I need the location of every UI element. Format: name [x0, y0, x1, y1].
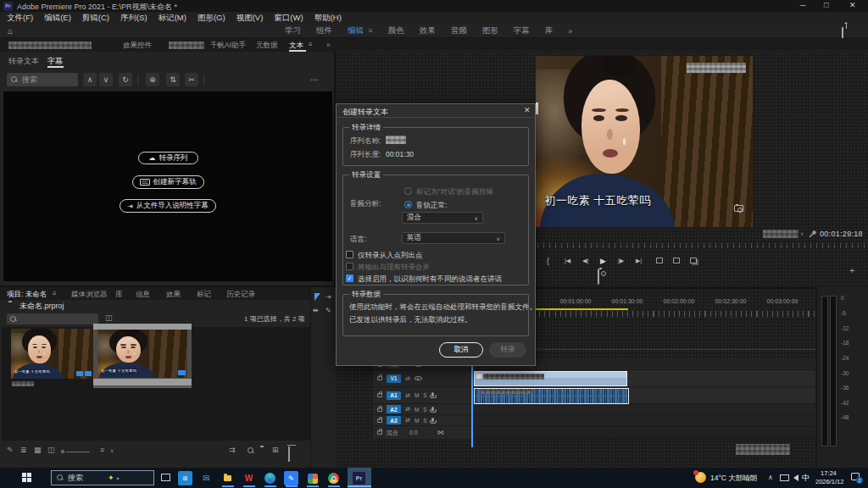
radio-tagged-clips[interactable]: [404, 187, 412, 195]
ripple-edit-tool[interactable]: ⇹: [313, 307, 319, 314]
tab-markers[interactable]: 标记: [197, 290, 211, 300]
track-target-a1[interactable]: A1: [387, 391, 401, 400]
track-header-v1[interactable]: V1 ⇄: [373, 370, 472, 387]
go-to-in-icon[interactable]: |◀: [565, 258, 570, 264]
freeform-view-icon[interactable]: ◫: [47, 446, 55, 454]
tab-effects[interactable]: 效果: [166, 290, 181, 300]
edge-app-icon[interactable]: [263, 471, 277, 485]
subtab-transcript[interactable]: 转录文本: [8, 56, 39, 67]
menu-window[interactable]: 窗口(W): [274, 13, 303, 24]
chrome-app-icon[interactable]: [326, 471, 341, 485]
tab-history[interactable]: 历史记录: [226, 290, 255, 300]
tray-volume-icon[interactable]: [793, 474, 798, 481]
voiceover-mic-icon[interactable]: [431, 407, 434, 411]
pen-tool[interactable]: ✎: [326, 307, 331, 314]
zoom-slider-handle[interactable]: [61, 450, 64, 453]
lock-icon[interactable]: [377, 430, 382, 435]
voiceover-mic-icon[interactable]: [431, 392, 434, 396]
menu-clip[interactable]: 剪辑(C): [82, 13, 109, 24]
menu-help[interactable]: 帮助(H): [314, 13, 342, 24]
workspace-tab-assembly[interactable]: 组件: [316, 25, 332, 36]
project-filename[interactable]: 未命名.prproj: [19, 301, 64, 312]
workspace-tab-editing-active[interactable]: 编辑: [348, 25, 364, 36]
premiere-taskbar-icon[interactable]: Pr: [352, 471, 366, 485]
automate-to-sequence-icon[interactable]: ⇉: [229, 446, 236, 454]
text-panel-overflow-icon[interactable]: »: [326, 41, 331, 49]
next-caption-button[interactable]: ∨: [99, 73, 113, 86]
settings-wrench-icon[interactable]: [808, 230, 816, 238]
checkbox-merge-existing[interactable]: [346, 263, 353, 270]
workspace-tab-libraries[interactable]: 库: [545, 25, 554, 36]
keyframe-bowtie-icon[interactable]: ⋈: [437, 429, 444, 436]
workspace-tab-menu-icon[interactable]: ≡: [369, 27, 373, 35]
sync-lock-icon[interactable]: ⇄: [405, 417, 410, 424]
tab-project-active[interactable]: 项目: 未命名: [7, 290, 47, 300]
tab-media-browser[interactable]: 媒体浏览器: [71, 290, 108, 300]
extract-icon[interactable]: [673, 258, 680, 263]
transcribe-button-disabled[interactable]: 转录: [489, 342, 526, 358]
workspace-tab-effects[interactable]: 效果: [420, 25, 436, 36]
clear-trash-icon[interactable]: [288, 446, 290, 462]
home-icon[interactable]: ⌂: [8, 26, 13, 36]
new-item-icon[interactable]: ⊞: [272, 446, 279, 454]
task-view-button[interactable]: [161, 474, 170, 481]
checkbox-in-out-only[interactable]: [346, 251, 353, 258]
weather-text[interactable]: 14°C 大部晴朗: [710, 474, 757, 484]
step-back-icon[interactable]: ◀|: [582, 258, 588, 264]
menu-file[interactable]: 文件(F): [7, 13, 33, 24]
project-panel-menu-icon[interactable]: ≡: [53, 290, 57, 297]
workspace-tab-audio[interactable]: 音频: [451, 25, 467, 36]
add-button-icon[interactable]: +: [849, 265, 854, 275]
voiceover-mic-icon[interactable]: [431, 418, 434, 422]
language-select[interactable]: 英语 ∨: [402, 232, 505, 244]
lock-icon[interactable]: [377, 393, 382, 397]
video-clip-v1[interactable]: [474, 371, 627, 386]
tab-effect-controls[interactable]: 效果控件: [123, 41, 152, 51]
transcribe-sequence-button[interactable]: ☁ 转录序列: [138, 152, 198, 164]
solo-button[interactable]: S: [423, 392, 426, 398]
minimize-button[interactable]: ─: [800, 1, 805, 9]
menu-sequence[interactable]: 序列(S): [120, 13, 147, 24]
project-writable-icon[interactable]: ✎: [7, 446, 14, 454]
merge-captions-button[interactable]: ⇅: [166, 73, 180, 86]
icon-view-icon[interactable]: ▦: [34, 446, 42, 454]
track-header-a1[interactable]: A1 ⇄ M S: [373, 387, 472, 404]
tab-info[interactable]: 信息: [136, 290, 150, 300]
workspace-tab-graphics[interactable]: 图形: [482, 25, 498, 36]
wps-app-icon[interactable]: W: [242, 471, 256, 485]
track-header-master[interactable]: 混合 0.0 ⋈: [373, 426, 472, 440]
close-window-button[interactable]: ✕: [849, 1, 856, 9]
export-frame-icon[interactable]: [598, 269, 599, 285]
go-to-out-icon[interactable]: ▶|: [636, 258, 642, 264]
workspace-tab-captions[interactable]: 字幕: [514, 25, 530, 36]
prev-caption-button[interactable]: ∧: [83, 73, 97, 86]
workspace-tab-color[interactable]: 颜色: [388, 25, 404, 36]
store-app-icon[interactable]: ⊞: [178, 471, 192, 485]
project-search-input[interactable]: [7, 313, 98, 324]
track-header-a3[interactable]: A3 ⇄ M S: [373, 415, 472, 426]
dialog-close-icon[interactable]: ✕: [524, 106, 531, 114]
pen-app-icon[interactable]: ✎: [284, 471, 298, 485]
mail-app-icon[interactable]: ✉: [199, 471, 214, 485]
track-target-v1[interactable]: V1: [387, 374, 401, 383]
track-lane-master[interactable]: [472, 426, 815, 440]
add-marker-icon[interactable]: {: [547, 257, 549, 265]
tab-libraries[interactable]: 库: [115, 290, 123, 300]
sync-lock-icon[interactable]: ⇄: [405, 406, 410, 413]
tray-display-icon[interactable]: [780, 474, 789, 481]
track-target-a3[interactable]: A3: [387, 416, 401, 424]
sync-lock-icon[interactable]: ⇄: [405, 392, 410, 399]
radio-track-audio[interactable]: [404, 201, 412, 208]
start-button[interactable]: [22, 473, 31, 482]
checkbox-speaker-detection[interactable]: ✓: [346, 274, 353, 282]
import-captions-button[interactable]: ⇥ 从文件导入说明性字幕: [120, 199, 216, 213]
project-filter-icon[interactable]: ◫: [105, 313, 113, 322]
sort-icon[interactable]: ≡: [100, 446, 104, 454]
project-clip-thumbnail-selected[interactable]: 初一吃素 十五吃荤吗: [97, 330, 187, 378]
menu-view[interactable]: 视图(V): [236, 13, 264, 24]
create-caption-track-button[interactable]: CC 创建新字幕轨: [132, 175, 204, 189]
ime-indicator[interactable]: 中: [802, 473, 810, 484]
track-header-a2[interactable]: A2 ⇄ M S: [373, 404, 472, 415]
split-captions-button[interactable]: ✂: [185, 73, 198, 86]
master-gain-value[interactable]: 0.0: [409, 430, 418, 435]
